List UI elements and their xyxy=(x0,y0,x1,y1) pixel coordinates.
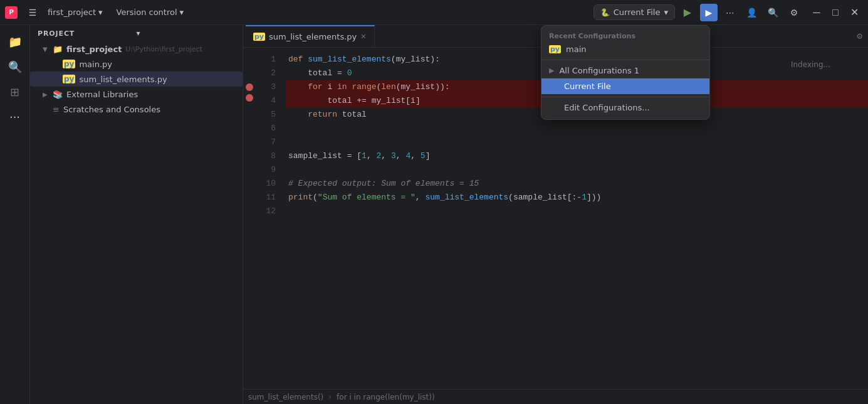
version-arrow: ▾ xyxy=(180,8,184,17)
ln-8: 8 xyxy=(256,149,276,163)
main-py-icon-dd: py xyxy=(549,45,561,53)
code-line-11: print("Sum of elements = ", sum_list_ele… xyxy=(286,191,868,205)
run-config-button[interactable]: 🐍 Current File ▾ xyxy=(593,4,675,20)
ext-libs-arrow-icon: ▶ xyxy=(43,91,53,98)
titlebar-actions: 🐍 Current File ▾ ▶ ▶ ⋯ 👤 🔍 ⚙ xyxy=(593,4,803,21)
bp-7 xyxy=(243,132,256,146)
hamburger-menu-btn[interactable]: ☰ xyxy=(24,4,41,21)
ln-6: 6 xyxy=(256,122,276,136)
all-configs-label: All Configurations 1 xyxy=(559,66,639,75)
titlebar: P ☰ first_project ▾ Version control ▾ 🐍 … xyxy=(0,0,868,25)
tree-item-root[interactable]: ▼ 📁 first_project U:\Python\first_projec… xyxy=(30,41,243,56)
activity-search-icon[interactable]: 🔍 xyxy=(4,55,26,78)
sidebar-arrow: ▾ xyxy=(137,29,236,38)
activity-plugins-icon[interactable]: ⊞ xyxy=(4,80,26,103)
bp-5 xyxy=(243,105,256,119)
ln-5: 5 xyxy=(256,108,276,122)
window-controls: ─ □ ✕ xyxy=(808,4,863,21)
dropdown-divider-2 xyxy=(541,97,709,97)
tab-py-icon: py xyxy=(253,33,265,41)
run-config-label: Current File xyxy=(614,8,661,17)
debug-run-button[interactable]: ▶ xyxy=(700,4,718,21)
code-line-7 xyxy=(286,136,868,149)
titlebar-menu: first_project ▾ Version control ▾ xyxy=(41,5,190,19)
profile-button[interactable]: 👤 xyxy=(743,4,760,21)
search-button[interactable]: 🔍 xyxy=(764,4,782,21)
project-arrow: ▾ xyxy=(98,8,103,17)
run-button[interactable]: ▶ xyxy=(679,4,696,21)
status-bar: sum_list_elements() › for i in range(len… xyxy=(243,389,868,404)
code-line-10: # Expected output: Sum of elements = 15 xyxy=(286,177,868,191)
dropdown-item-current-file[interactable]: Current File xyxy=(541,78,709,94)
sum-py-label: sum_list_elements.py xyxy=(79,75,167,84)
ln-4: 4 xyxy=(256,94,276,108)
ln-2: 2 xyxy=(256,66,276,80)
bp-12 xyxy=(243,201,256,215)
code-line-9 xyxy=(286,163,868,177)
all-configs-arrow-icon: ▶ xyxy=(549,66,554,75)
tree-item-scratches[interactable]: ≡ Scratches and Consoles xyxy=(30,102,243,117)
root-label: first_project xyxy=(66,45,122,54)
version-control-label: Version control xyxy=(117,8,177,17)
project-menu-item[interactable]: first_project ▾ xyxy=(41,5,109,19)
dropdown-section-label: Recent Configurations xyxy=(541,29,709,41)
bp-2 xyxy=(243,66,256,80)
minimize-button[interactable]: ─ xyxy=(808,4,825,21)
breadcrumb-location: for i in range(len(my_list)) xyxy=(337,393,435,401)
activity-folder-icon[interactable]: 📁 xyxy=(4,30,26,53)
bp-11 xyxy=(243,188,256,201)
project-name: first_project xyxy=(48,8,96,17)
ext-libs-icon: 📚 xyxy=(53,90,63,99)
activity-more-icon[interactable]: ··· xyxy=(4,105,26,128)
logo-text: P xyxy=(9,8,14,16)
editor-tab-sum-py[interactable]: py sum_list_elements.py ✕ xyxy=(246,25,375,47)
ln-12: 12 xyxy=(256,205,276,218)
main-layout: 📁 🔍 ⊞ ··· Project ▾ ▼ 📁 first_project U:… xyxy=(0,25,868,404)
bp-10 xyxy=(243,174,256,188)
main-py-label: main.py xyxy=(79,60,112,69)
tab-settings-icon[interactable]: ⚙ xyxy=(854,31,865,42)
ln-11: 11 xyxy=(256,191,276,205)
tab-close-icon[interactable]: ✕ xyxy=(360,33,366,41)
dropdown-item-all-configs[interactable]: ▶ All Configurations 1 xyxy=(541,63,709,78)
dropdown-item-edit-configs[interactable]: Edit Configurations... xyxy=(541,100,709,115)
settings-button[interactable]: ⚙ xyxy=(785,4,803,21)
code-line-12 xyxy=(286,205,868,218)
edit-configs-label: Edit Configurations... xyxy=(564,103,650,112)
tree-item-main-py[interactable]: py main.py xyxy=(30,56,243,72)
breadcrumb-func: sum_list_elements() xyxy=(248,393,323,401)
current-file-label: Current File xyxy=(564,82,611,91)
code-line-6 xyxy=(286,122,868,136)
close-button[interactable]: ✕ xyxy=(845,4,863,21)
breadcrumb-separator: › xyxy=(328,393,332,401)
ext-libs-label: External Libraries xyxy=(66,90,138,99)
dropdown-main-label: main xyxy=(566,45,586,54)
ln-9: 9 xyxy=(256,163,276,177)
version-control-menu-item[interactable]: Version control ▾ xyxy=(110,5,191,19)
bp-6 xyxy=(243,119,256,132)
activity-bar: 📁 🔍 ⊞ ··· xyxy=(0,25,30,404)
scratches-icon: ≡ xyxy=(53,105,60,114)
bp-3[interactable] xyxy=(246,83,253,91)
tab-label: sum_list_elements.py xyxy=(269,32,357,41)
tree-item-sum-py[interactable]: py sum_list_elements.py xyxy=(30,72,243,87)
python-icon: 🐍 xyxy=(600,8,610,17)
ln-10: 10 xyxy=(256,177,276,191)
bp-1 xyxy=(243,53,256,66)
dropdown-item-main[interactable]: py main xyxy=(541,41,709,57)
more-actions-button[interactable]: ⋯ xyxy=(721,4,739,21)
run-config-arrow: ▾ xyxy=(664,8,668,17)
indexing-status: Indexing... xyxy=(791,60,830,69)
folder-icon: 📁 xyxy=(53,45,63,54)
tree-item-ext-libs[interactable]: ▶ 📚 External Libraries xyxy=(30,87,243,102)
maximize-button[interactable]: □ xyxy=(827,4,844,21)
sidebar: Project ▾ ▼ 📁 first_project U:\Python\fi… xyxy=(30,25,243,404)
bp-9 xyxy=(243,160,256,174)
sidebar-header: Project ▾ xyxy=(30,25,243,41)
ln-7: 7 xyxy=(256,136,276,149)
bp-4[interactable] xyxy=(246,94,253,102)
code-line-8: sample_list = [1, 2, 3, 4, 5] xyxy=(286,149,868,163)
python-file-icon: py xyxy=(63,60,75,68)
line-numbers: 1 2 3 4 5 6 7 8 9 10 11 12 xyxy=(256,48,281,389)
root-path: U:\Python\first_project xyxy=(125,45,202,53)
